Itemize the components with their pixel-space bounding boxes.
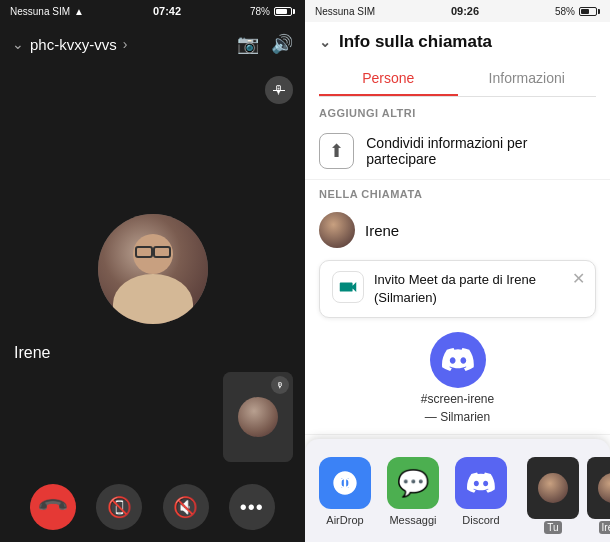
left-carrier: Nessuna SIM [10,6,70,17]
self-video-thumbnail[interactable]: 🎙 [223,372,293,462]
irene-avatar [319,212,355,248]
call-info-title: Info sulla chiamata [339,32,492,52]
tab-persone[interactable]: Persone [319,62,458,96]
tab-informazioni[interactable]: Informazioni [458,62,597,96]
share-icon: ⬆ [319,133,354,169]
discord-subtitle: — Silmarien [425,410,490,424]
discord-section: #screen-irene — Silmarien [305,322,610,435]
right-carrier: Nessuna SIM [315,6,375,17]
call-info-title-row[interactable]: ⌄ Info sulla chiamata [319,32,596,52]
section-nella: NELLA CHIAMATA [305,180,610,204]
notification-close-button[interactable]: ✕ [572,269,585,288]
discord-svg [442,344,474,376]
discord-share-label: Discord [462,514,499,526]
notification-text: Invito Meet da parte di Irene (Silmarien… [374,271,583,307]
tabs-row: Persone Informazioni [319,62,596,97]
airdrop-label: AirDrop [326,514,363,526]
mic-mute-icon: 🔇 [173,495,198,519]
left-status-right: 78% [250,6,295,17]
share-row[interactable]: ⬆ Condividi informazioni per partecipare [305,123,610,180]
self-vid-avatar [538,473,568,503]
overlay-vid-tu[interactable]: Tu [527,457,579,534]
video-toggle-button[interactable]: 📵 [96,484,142,530]
self-vid-box [527,457,579,519]
avatar-glasses [135,246,171,254]
right-battery [579,7,600,16]
right-panel: Nessuna SIM 09:26 58% ⌄ Info sulla chiam… [305,0,610,542]
collapse-chevron-icon[interactable]: ⌄ [319,34,331,50]
mic-slash-icon: 🎙 [273,83,285,97]
right-status-left: Nessuna SIM [315,6,375,17]
messaggi-label: Messaggi [389,514,436,526]
left-top-bar: ⌄ phc-kvxy-vvs › 📷 🔊 [0,22,305,66]
share-app-airdrop[interactable]: AirDrop [315,457,375,534]
share-app-messaggi[interactable]: 💬 Messaggi [383,457,443,534]
mic-off-badge: 🎙 [265,76,293,104]
more-icon: ••• [240,496,264,519]
hangup-icon: 📞 [36,490,71,525]
left-panel: Nessuna SIM ▲ 07:42 78% ⌄ phc-kvxy-vvs ›… [0,0,305,542]
overlay-vid-irene[interactable]: 🎙 Irene [587,457,610,534]
speaker-icon[interactable]: 🔊 [271,33,293,55]
share-app-discord[interactable]: Discord [451,457,511,534]
section-aggiungi: AGGIUNGI ALTRI [305,97,610,123]
share-sheet: AirDrop 💬 Messaggi Discord [305,439,610,542]
mic-toggle-button[interactable]: 🔇 [163,484,209,530]
more-options-button[interactable]: ••• [229,484,275,530]
left-signal-icon: ▲ [74,6,84,17]
share-text: Condividi informazioni per partecipare [366,135,596,167]
upload-icon: ⬆ [329,140,344,162]
video-area: 🎙 🎙 Irene [0,66,305,472]
irene-name: Irene [365,222,399,239]
share-apps-row: AirDrop 💬 Messaggi Discord [305,449,610,542]
avatar-body [113,274,193,324]
call-top-icons: 📷 🔊 [237,33,293,55]
airdrop-icon [319,457,371,509]
self-avatar [238,397,278,437]
messaggi-emoji: 💬 [397,468,429,499]
left-status-bar: Nessuna SIM ▲ 07:42 78% [0,0,305,22]
irene-vid-avatar [598,473,610,503]
avatar-image [98,214,208,324]
left-time: 07:42 [153,5,181,17]
discord-share-icon [455,457,507,509]
caller-name-label: Irene [14,344,50,362]
irene-vid-label: Irene [599,521,610,534]
meet-svg [337,276,359,298]
person-row-irene: Irene [305,204,610,256]
hangup-button[interactable]: 📞 [30,484,76,530]
right-status-right: 58% [555,6,600,17]
chevron-down-icon: ⌄ [12,36,24,52]
video-off-icon: 📵 [107,495,132,519]
self-mic-icon: 🎙 [276,381,284,390]
camera-icon[interactable]: 📷 [237,33,259,55]
arrow-right-icon: › [123,36,128,52]
bottom-controls: 📞 📵 🔇 ••• [0,472,305,542]
call-name-text: phc-kvxy-vvs [30,36,117,53]
call-name-row[interactable]: ⌄ phc-kvxy-vvs › [12,36,127,53]
self-mic-off: 🎙 [271,376,289,394]
meet-icon [332,271,364,303]
tab-informazioni-label: Informazioni [489,70,565,86]
left-battery [274,7,295,16]
left-battery-pct: 78% [250,6,270,17]
notification-card: Invito Meet da parte di Irene (Silmarien… [319,260,596,318]
right-battery-pct: 58% [555,6,575,17]
discord-icon [430,332,486,388]
tab-persone-label: Persone [362,70,414,86]
right-time: 09:26 [451,5,479,17]
self-vid-label: Tu [544,521,561,534]
right-status-bar: Nessuna SIM 09:26 58% [305,0,610,22]
right-header: ⌄ Info sulla chiamata Persone Informazio… [305,22,610,97]
remote-avatar [98,214,208,324]
discord-channel: #screen-irene [421,392,494,406]
messaggi-icon: 💬 [387,457,439,509]
left-status-left: Nessuna SIM ▲ [10,6,84,17]
irene-vid-box: 🎙 [587,457,610,519]
self-video-inner: 🎙 [223,372,293,462]
